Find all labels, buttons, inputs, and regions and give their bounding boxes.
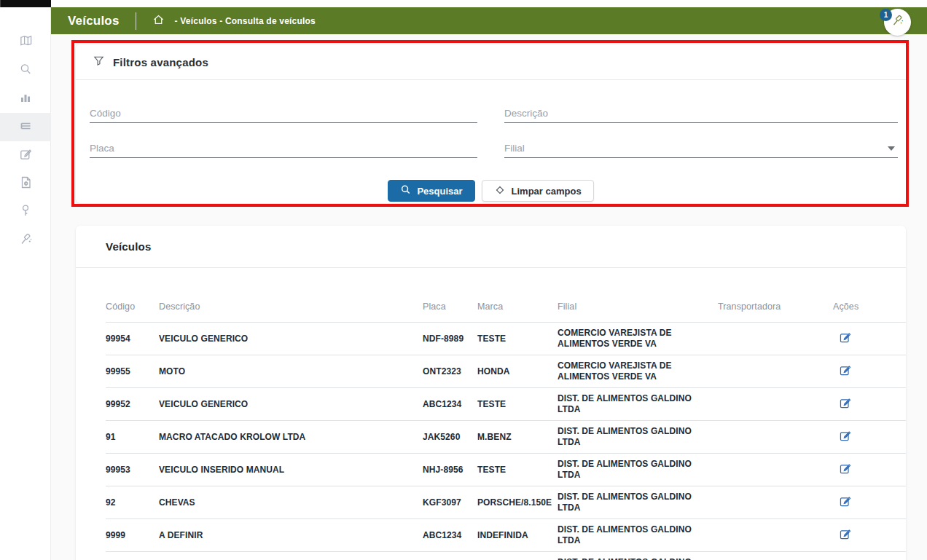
cell-codigo: 92 xyxy=(106,492,159,513)
funnel-icon xyxy=(93,55,105,70)
column-header-transportadora: Transportadora xyxy=(718,296,833,322)
cell-acoes xyxy=(833,523,906,548)
edit-row-button[interactable] xyxy=(839,397,851,411)
column-header-código: Código xyxy=(106,296,159,322)
descricao-input[interactable] xyxy=(504,103,898,123)
app-window: Veículos - Veículos - Consulta de veícul… xyxy=(0,0,927,560)
cell-codigo: 99952 xyxy=(106,394,159,415)
cell-filial: DIST. DE ALIMENTOS GALDINO LTDA xyxy=(558,552,718,560)
column-header-filial: Filial xyxy=(558,296,718,322)
pesquisar-button[interactable]: Pesquisar xyxy=(388,180,474,202)
filter-fields xyxy=(90,103,898,158)
table-row: 9999A DEFINIRABC1234INDEFINIDADIST. DE A… xyxy=(106,519,906,552)
cell-descricao: VEICULO GENERICO xyxy=(159,394,423,415)
cell-placa: KGF3097 xyxy=(423,492,477,513)
cell-descricao: CHEVAS xyxy=(159,492,423,513)
cell-descricao: VEICULO GENERICO xyxy=(159,328,423,350)
magnifier-icon xyxy=(400,184,411,197)
filial-field xyxy=(504,138,898,158)
edit-row-button[interactable] xyxy=(839,430,851,444)
cell-acoes xyxy=(833,326,906,352)
vehicles-title: Veículos xyxy=(106,240,151,253)
edit-row-button[interactable] xyxy=(839,462,851,477)
table-row: 93PORSCHAO DO EL BIGODONMTT0548PORSCHEDI… xyxy=(106,552,906,560)
edit-icon xyxy=(839,397,851,411)
cell-placa: NDF-8989 xyxy=(423,328,477,350)
table-body: 99954VEICULO GENERICONDF-8989TESTECOMERC… xyxy=(106,323,906,560)
cell-placa: JAK5260 xyxy=(423,427,477,448)
home-icon[interactable] xyxy=(152,14,165,28)
bar-chart-icon xyxy=(19,91,32,107)
column-header-placa: Placa xyxy=(423,296,477,322)
cell-marca: TESTE xyxy=(477,460,558,481)
top-strip xyxy=(51,0,927,7)
key-icon xyxy=(20,204,31,221)
sidebar-item-register[interactable] xyxy=(0,141,51,170)
eraser-icon xyxy=(494,184,506,198)
cell-acoes xyxy=(833,457,906,483)
cell-codigo: 91 xyxy=(106,427,159,448)
edit-icon xyxy=(839,430,851,444)
cell-placa: ABC1234 xyxy=(423,394,477,415)
filial-select[interactable] xyxy=(504,138,898,158)
filters-header: Filtros avançados xyxy=(76,44,906,80)
breadcrumb: - Veículos - Consulta de veículos xyxy=(175,16,316,26)
placa-field xyxy=(90,138,477,158)
page-title: Veículos xyxy=(68,14,120,28)
sidebar-item-reports[interactable] xyxy=(0,84,51,113)
cell-descricao: MACRO ATACADO KROLOW LTDA xyxy=(159,427,423,448)
cell-descricao: VEICULO INSERIDO MANUAL xyxy=(159,460,423,481)
table-row: 92CHEVASKGF3097PORSCHE/8.150EDIST. DE AL… xyxy=(106,486,906,519)
column-header-marca: Marca xyxy=(477,296,558,322)
edit-icon xyxy=(839,528,851,543)
cell-placa: NHJ-8956 xyxy=(423,460,477,481)
vehicles-panel: Veículos CódigoDescriçãoPlacaMarcaFilial… xyxy=(76,226,906,560)
cell-marca: TESTE xyxy=(477,394,558,415)
codigo-field xyxy=(90,103,477,123)
cell-descricao: MOTO xyxy=(159,361,423,382)
edit-row-button[interactable] xyxy=(839,495,851,510)
cell-filial: DIST. DE ALIMENTOS GALDINO LTDA xyxy=(558,454,718,486)
cell-marca: TESTE xyxy=(477,328,558,350)
cell-transportadora xyxy=(718,432,833,442)
cell-transportadora xyxy=(718,366,833,376)
cell-transportadora xyxy=(718,465,833,475)
vehicles-table: CódigoDescriçãoPlacaMarcaFilialTransport… xyxy=(76,268,906,560)
edit-row-button[interactable] xyxy=(839,331,851,346)
sidebar-item-key[interactable] xyxy=(0,198,51,226)
file-code-icon xyxy=(20,176,32,192)
cell-filial: COMERCIO VAREJISTA DE ALIMENTOS VERDE VA xyxy=(558,355,718,387)
descricao-field xyxy=(504,103,898,123)
top-left-strip xyxy=(0,0,51,7)
cell-placa: ABC1234 xyxy=(423,525,477,546)
edit-icon xyxy=(19,148,32,164)
map-icon xyxy=(19,34,33,50)
codigo-input[interactable] xyxy=(90,103,477,123)
table-row: 99954VEICULO GENERICONDF-8989TESTECOMERC… xyxy=(106,323,906,355)
table-row: 99953VEICULO INSERIDO MANUALNHJ-8956TEST… xyxy=(106,454,906,486)
sidebar xyxy=(0,7,51,560)
sidebar-item-document[interactable] xyxy=(0,170,51,198)
edit-icon xyxy=(839,462,851,477)
table-row: 99952VEICULO GENERICOABC1234TESTEDIST. D… xyxy=(106,388,906,421)
sidebar-item-search[interactable] xyxy=(0,56,51,84)
cell-marca: INDEFINIDA xyxy=(477,525,558,546)
sidebar-item-admin[interactable] xyxy=(0,226,51,255)
cell-acoes xyxy=(833,359,906,384)
cell-marca: PORSCHE/8.150E xyxy=(477,492,558,513)
cell-filial: DIST. DE ALIMENTOS GALDINO LTDA xyxy=(558,486,718,518)
sidebar-item-map[interactable] xyxy=(0,28,51,56)
placa-input[interactable] xyxy=(90,138,477,158)
table-header-row: CódigoDescriçãoPlacaMarcaFilialTransport… xyxy=(106,268,906,323)
limpar-campos-button[interactable]: Limpar campos xyxy=(482,180,594,202)
edit-row-button[interactable] xyxy=(839,528,851,543)
cell-transportadora xyxy=(718,334,833,344)
sidebar-item-list[interactable] xyxy=(0,113,51,141)
cell-codigo: 99954 xyxy=(106,328,159,350)
edit-icon xyxy=(839,364,851,379)
edit-icon xyxy=(839,331,851,346)
cell-marca: HONDA xyxy=(477,361,558,382)
edit-row-button[interactable] xyxy=(839,364,851,379)
search-icon xyxy=(19,63,32,79)
table-row: 99955MOTOONT2323HONDACOMERCIO VAREJISTA … xyxy=(106,355,906,388)
